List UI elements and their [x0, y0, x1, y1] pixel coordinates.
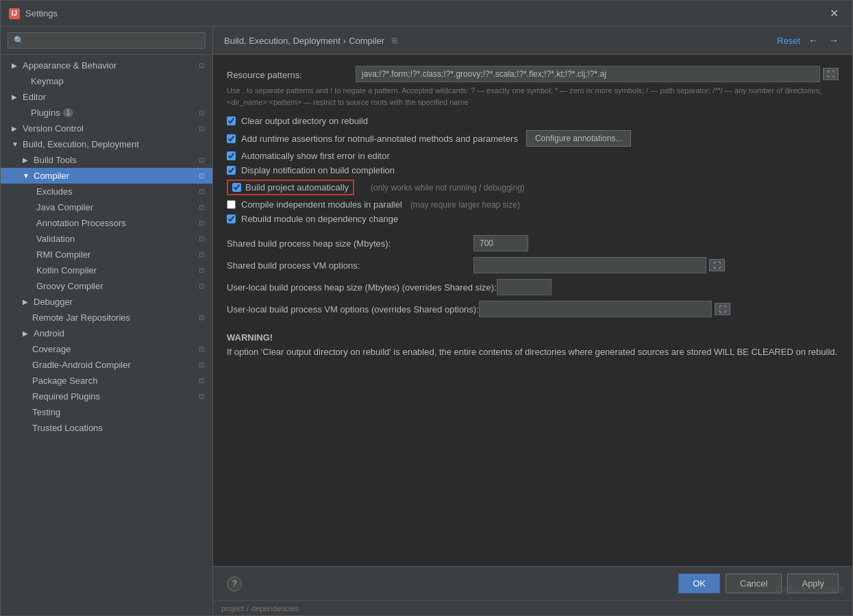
- sidebar-item-testing[interactable]: Testing: [1, 404, 212, 420]
- settings-icon: ⊡: [199, 345, 204, 353]
- sidebar: ▶ Appearance & Behavior ⊡ Keymap ▶ Edito…: [1, 27, 213, 615]
- sidebar-item-kotlin-compiler[interactable]: Kotlin Compiler ⊡: [1, 262, 212, 278]
- sidebar-item-annotation-processors[interactable]: Annotation Processors ⊡: [1, 215, 212, 231]
- window-title: Settings: [25, 8, 58, 19]
- show-first-error-label[interactable]: Automatically show first error in editor: [241, 151, 390, 161]
- display-notification-label[interactable]: Display notification on build completion: [241, 165, 395, 175]
- user-vm-input[interactable]: [479, 301, 712, 317]
- clear-output-checkbox[interactable]: [227, 116, 236, 125]
- content-area: ▶ Appearance & Behavior ⊡ Keymap ▶ Edito…: [1, 27, 852, 615]
- resource-patterns-label: Resource patterns:: [227, 69, 350, 80]
- sidebar-item-build-execution[interactable]: ▼ Build, Execution, Deployment: [1, 136, 212, 152]
- user-heap-row: User-local build process heap size (Mbyt…: [227, 279, 839, 295]
- vm-options-expand-button[interactable]: ⛶: [709, 259, 725, 271]
- settings-icon: ⊡: [199, 125, 204, 132]
- sidebar-item-package-search[interactable]: Package Search ⊡: [1, 373, 212, 389]
- resource-hint: Use ; to separate patterns and ! to nega…: [227, 85, 839, 108]
- panel-header-actions: OK Reset ← →: [777, 34, 841, 47]
- settings-icon: ⊡: [199, 219, 204, 227]
- checkbox-build-auto-row: Build project automatically (only works …: [227, 180, 839, 195]
- display-notification-checkbox[interactable]: [227, 166, 236, 175]
- build-auto-checkbox[interactable]: [232, 183, 241, 192]
- rebuild-dependency-label[interactable]: Rebuild module on dependency change: [241, 214, 398, 224]
- arrow-icon: ▶: [23, 156, 31, 164]
- forward-button[interactable]: →: [826, 34, 841, 47]
- arrow-icon: ▶: [12, 125, 20, 132]
- sidebar-item-debugger[interactable]: ▶ Debugger: [1, 294, 212, 310]
- status-left: project: [221, 604, 244, 613]
- runtime-assertions-checkbox[interactable]: [227, 134, 236, 143]
- main-panel: Build, Execution, Deployment › Compiler …: [213, 27, 852, 615]
- compile-parallel-label[interactable]: Compile independent modules in parallel: [241, 199, 402, 210]
- sidebar-item-build-tools[interactable]: ▶ Build Tools ⊡: [1, 152, 212, 168]
- clear-output-label[interactable]: Clear output directory on rebuild: [241, 116, 368, 126]
- build-auto-label[interactable]: Build project automatically: [245, 182, 349, 193]
- resource-patterns-input[interactable]: [356, 66, 820, 82]
- settings-icon: ⊡: [199, 188, 204, 195]
- sidebar-item-compiler[interactable]: ▼ Compiler ⊡: [1, 168, 212, 184]
- reset-link[interactable]: Reset: [777, 36, 800, 46]
- sidebar-item-plugins[interactable]: Plugins 1 ⊡: [1, 105, 212, 121]
- nav-tree: ▶ Appearance & Behavior ⊡ Keymap ▶ Edito…: [1, 55, 212, 615]
- checkbox-display-notification: Display notification on build completion: [227, 165, 839, 175]
- resource-patterns-row: Resource patterns: ⛶: [227, 66, 839, 82]
- settings-icon: ⊡: [199, 204, 204, 211]
- footer: ? OK Cancel Apply CSDN @小浪学编程: [213, 566, 852, 600]
- settings-icon: ⊡: [199, 377, 204, 384]
- app-icon: IJ: [9, 8, 20, 19]
- sidebar-item-excludes[interactable]: Excludes ⊡: [1, 184, 212, 199]
- sidebar-item-validation[interactable]: Validation ⊡: [1, 231, 212, 247]
- search-input[interactable]: [8, 32, 206, 49]
- sidebar-item-remote-jar[interactable]: Remote Jar Repositories ⊡: [1, 310, 212, 325]
- show-first-error-checkbox[interactable]: [227, 151, 236, 160]
- build-auto-sidenote: (only works while not running / debuggin…: [371, 183, 525, 193]
- sidebar-item-version-control[interactable]: ▶ Version Control ⊡: [1, 121, 212, 136]
- arrow-icon: ▶: [12, 62, 20, 69]
- footer-left: ?: [227, 576, 242, 591]
- arrow-icon: ▶: [23, 330, 31, 337]
- settings-icon: ⊡: [199, 156, 204, 164]
- sidebar-item-trusted-locations[interactable]: Trusted Locations: [1, 420, 212, 436]
- settings-window: IJ Settings ✕ ▶ Appearance & Behavior ⊡ …: [0, 0, 853, 616]
- user-vm-label: User-local build process VM options (ove…: [227, 304, 479, 315]
- breadcrumb: Build, Execution, Deployment › Compiler …: [224, 36, 398, 46]
- back-button[interactable]: ←: [806, 34, 821, 47]
- checkbox-compile-parallel: Compile independent modules in parallel …: [227, 199, 839, 210]
- sidebar-item-appearance[interactable]: ▶ Appearance & Behavior ⊡: [1, 58, 212, 73]
- search-bar: [1, 27, 212, 55]
- user-heap-input[interactable]: [497, 279, 552, 295]
- status-bar: project / dependencies: [213, 600, 852, 615]
- ok-button[interactable]: OK: [678, 574, 720, 593]
- heap-size-label: Shared build process heap size (Mbytes):: [227, 238, 473, 249]
- arrow-icon: ▼: [12, 140, 20, 148]
- sidebar-item-gradle-android[interactable]: Gradle-Android Compiler ⊡: [1, 357, 212, 373]
- help-button[interactable]: ?: [227, 576, 242, 591]
- checkbox-clear-output: Clear output directory on rebuild: [227, 116, 839, 126]
- sidebar-item-coverage[interactable]: Coverage ⊡: [1, 341, 212, 357]
- sidebar-item-editor[interactable]: ▶ Editor: [1, 89, 212, 105]
- heap-size-input[interactable]: [473, 235, 528, 251]
- configure-annotations-button[interactable]: Configure annotations...: [526, 130, 631, 147]
- expand-button[interactable]: ⛶: [823, 68, 839, 80]
- cancel-button[interactable]: Cancel: [726, 574, 782, 593]
- rebuild-dependency-checkbox[interactable]: [227, 214, 236, 223]
- close-button[interactable]: ✕: [824, 4, 844, 23]
- warning-box: WARNING! If option 'Clear output directo…: [227, 331, 839, 360]
- vm-options-input[interactable]: [473, 257, 706, 273]
- sidebar-item-keymap[interactable]: Keymap: [1, 73, 212, 89]
- sidebar-item-android[interactable]: ▶ Android: [1, 325, 212, 341]
- settings-icon: ⊡: [199, 172, 204, 180]
- panel-header: Build, Execution, Deployment › Compiler …: [213, 27, 852, 55]
- sidebar-item-groovy-compiler[interactable]: Groovy Compiler ⊡: [1, 278, 212, 294]
- settings-icon: ⊡: [199, 282, 204, 290]
- arrow-icon: ▶: [23, 298, 31, 306]
- compile-parallel-sidenote: (may require larger heap size): [410, 200, 520, 210]
- user-heap-label: User-local build process heap size (Mbyt…: [227, 282, 497, 293]
- sidebar-item-rmi-compiler[interactable]: RMI Compiler ⊡: [1, 247, 212, 262]
- user-vm-expand-button[interactable]: ⛶: [715, 303, 730, 315]
- sidebar-item-required-plugins[interactable]: Required Plugins ⊡: [1, 389, 212, 404]
- compile-parallel-checkbox[interactable]: [227, 200, 236, 209]
- runtime-assertions-label[interactable]: Add runtime assertions for notnull-annot…: [241, 134, 518, 144]
- watermark: CSDN @小浪学编程: [776, 584, 844, 595]
- sidebar-item-java-compiler[interactable]: Java Compiler ⊡: [1, 199, 212, 215]
